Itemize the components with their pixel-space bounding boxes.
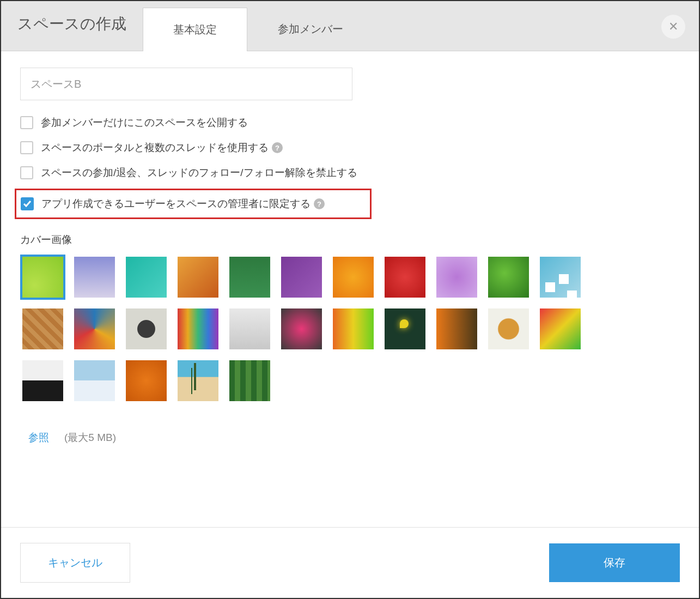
cover-thumb-0[interactable] [20,255,65,300]
cover-thumb-10[interactable] [538,255,583,300]
checkbox-disable-join-leave[interactable] [20,166,33,179]
cover-thumb-19[interactable] [434,306,479,352]
cover-thumb-17[interactable] [331,306,376,352]
tab-basic-settings[interactable]: 基本設定 [143,8,247,51]
dialog-content: 参加メンバーだけにこのスペースを公開する スペースのポータルと複数のスレッドを使… [1,51,699,527]
cover-thumb-23[interactable] [72,358,117,403]
cover-thumb-24[interactable] [124,358,169,403]
close-button[interactable]: ✕ [661,15,685,39]
space-name-input[interactable] [20,68,352,100]
browse-link[interactable]: 参照 [28,431,49,445]
cover-thumb-20[interactable] [486,306,531,352]
cover-thumb-15[interactable] [227,306,272,352]
checkbox-row-portal-threads: スペースのポータルと複数のスレッドを使用する ? [20,135,680,160]
cover-thumb-11[interactable] [20,306,65,352]
cover-thumb-6[interactable] [331,255,376,300]
cover-image-grid [20,255,608,403]
help-icon[interactable]: ? [272,142,283,153]
checkbox-row-public-members: 参加メンバーだけにこのスペースを公開する [20,110,680,135]
dialog-title: スペースの作成 [17,14,126,51]
cover-thumb-12[interactable] [72,306,117,352]
checkbox-row-disable-join-leave: スペースの参加/退会、スレッドのフォロー/フォロー解除を禁止する [20,160,680,185]
create-space-dialog: スペースの作成 基本設定 参加メンバー ✕ 参加メンバーだけにこのスペースを公開… [1,1,699,598]
cover-thumb-26[interactable] [227,358,272,403]
max-size-label: (最大5 MB) [64,431,116,445]
save-button[interactable]: 保存 [549,543,680,582]
checkbox-portal-threads[interactable] [20,141,33,154]
cover-thumb-7[interactable] [382,255,428,300]
cover-image-label: カバー画像 [20,233,680,247]
tabs: 基本設定 参加メンバー [143,1,374,51]
cover-thumb-8[interactable] [434,255,479,300]
checkbox-label: アプリ作成できるユーザーをスペースの管理者に限定する [41,197,311,211]
cancel-button[interactable]: キャンセル [20,543,130,583]
checkbox-row-limit-app-create: アプリ作成できるユーザーをスペースの管理者に限定する ? [21,197,366,211]
tab-members[interactable]: 参加メンバー [247,7,374,51]
checkbox-label: 参加メンバーだけにこのスペースを公開する [41,116,248,130]
cover-thumb-13[interactable] [124,306,169,352]
cover-thumb-3[interactable] [175,255,221,300]
cover-thumb-21[interactable] [538,306,583,352]
cover-thumb-16[interactable] [279,306,324,352]
dialog-footer: キャンセル 保存 [1,527,699,598]
cover-thumb-1[interactable] [72,255,117,300]
highlight-box: アプリ作成できるユーザーをスペースの管理者に限定する ? [15,189,372,219]
cover-thumb-22[interactable] [20,358,65,403]
help-icon[interactable]: ? [314,198,325,209]
close-icon: ✕ [668,20,678,34]
cover-thumb-14[interactable] [175,306,221,352]
cover-thumb-2[interactable] [124,255,169,300]
cover-thumb-9[interactable] [486,255,531,300]
cover-thumb-18[interactable] [382,306,428,352]
browse-row: 参照 (最大5 MB) [20,431,680,445]
checkbox-public-members[interactable] [20,116,33,129]
cover-thumb-25[interactable] [175,358,221,403]
checkbox-label: スペースのポータルと複数のスレッドを使用する [41,141,269,155]
checkbox-label: スペースの参加/退会、スレッドのフォロー/フォロー解除を禁止する [41,166,357,180]
cover-thumb-5[interactable] [279,255,324,300]
checkbox-limit-app-create[interactable] [21,197,34,210]
dialog-header: スペースの作成 基本設定 参加メンバー ✕ [1,1,699,51]
cover-thumb-4[interactable] [227,255,272,300]
